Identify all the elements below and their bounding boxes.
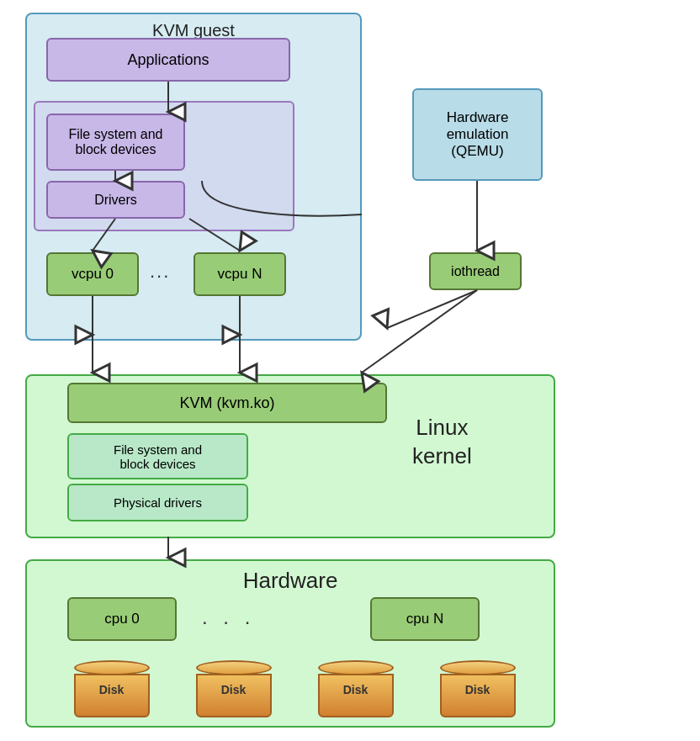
vcpun-label: vcpu N [218,266,262,283]
disk-label-4: Disk [465,683,491,696]
disk-body-2: Disk [196,674,272,717]
disk-2: Disk [188,660,280,717]
diagram: KVM guest Applications File system andbl… [0,0,700,741]
kvm-ko-box: KVM (kvm.ko) [67,383,387,423]
disk-4: Disk [432,660,524,717]
disk-body-3: Disk [318,674,394,717]
vcpu0-box: vcpu 0 [46,252,139,296]
disk-body-4: Disk [440,674,516,717]
cpu0-label: cpu 0 [104,611,140,627]
kernel-fs-box: File system andblock devices [67,433,248,479]
disk-label-2: Disk [221,683,247,696]
linux-kernel-title: Linuxkernel [412,414,472,471]
filesystem-box: File system andblock devices [46,114,185,171]
hw-emulation-label: Hardwareemulation(QEMU) [447,109,509,160]
filesystem-label: File system andblock devices [68,127,162,157]
applications-box: Applications [46,38,290,82]
phys-drivers-label: Physical drivers [114,495,202,510]
iothread-box: iothread [429,252,522,290]
hw-emulation-box: Hardwareemulation(QEMU) [412,88,543,181]
vcpu-dots: ··· [150,265,170,287]
disk-container: Disk Disk Disk Disk [50,660,538,717]
kernel-fs-label: File system andblock devices [114,442,202,471]
disk-1: Disk [66,660,158,717]
drivers-box: Drivers [46,181,185,219]
disk-label-1: Disk [99,683,125,696]
disk-body-1: Disk [74,674,150,717]
disk-top-4 [440,660,516,675]
vcpu0-label: vcpu 0 [72,266,114,283]
drivers-label: Drivers [94,193,137,208]
cpu-dots: · · · [202,610,255,633]
hardware-title: Hardware [27,561,554,597]
phys-drivers-box: Physical drivers [67,484,248,521]
cpun-label: cpu N [406,611,443,627]
vcpun-box: vcpu N [194,252,286,296]
cpun-box: cpu N [370,597,480,641]
kvm-ko-label: KVM (kvm.ko) [179,394,274,412]
disk-top-1 [74,660,150,675]
applications-label: Applications [127,51,209,69]
disk-top-3 [318,660,394,675]
disk-top-2 [196,660,272,675]
disk-label-3: Disk [343,683,369,696]
cpu0-box: cpu 0 [67,597,177,641]
arrow-iothread-to-kvm [362,290,477,373]
arrow-kvm-to-iothread [387,290,477,328]
disk-3: Disk [310,660,402,717]
iothread-label: iothread [451,264,500,279]
